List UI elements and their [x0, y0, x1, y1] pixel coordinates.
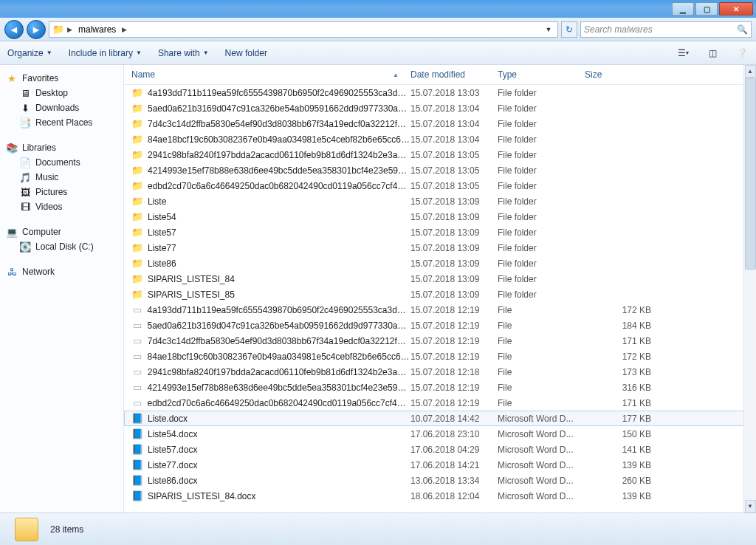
address-dropdown[interactable]: ▼: [543, 26, 554, 33]
file-row[interactable]: 📁Liste15.07.2018 13:09File folder: [124, 193, 756, 209]
file-size: 150 KB: [585, 429, 659, 439]
file-type: File folder: [498, 274, 585, 284]
file-row[interactable]: 📘Liste.docx10.07.2018 14:42Microsoft Wor…: [124, 411, 756, 426]
file-date: 15.07.2018 13:09: [410, 196, 498, 207]
sidebar-group-libraries[interactable]: 📚Libraries: [4, 140, 119, 155]
file-row[interactable]: 📘Liste57.docx17.06.2018 04:29Microsoft W…: [124, 442, 756, 457]
search-input[interactable]: Search malwares 🔍: [580, 21, 752, 38]
sidebar-item-pictures[interactable]: 🖼Pictures: [4, 185, 119, 199]
file-row[interactable]: 📘Liste86.docx13.06.2018 13:34Microsoft W…: [124, 473, 756, 488]
vertical-scrollbar[interactable]: ▲ ▼: [743, 65, 756, 513]
file-name: SIPARIS_LISTESI_84: [148, 274, 235, 284]
preview-pane-button[interactable]: ◫: [706, 47, 719, 60]
item-icon: 📑: [19, 117, 31, 128]
file-row[interactable]: 📁Liste5715.07.2018 13:09File folder: [124, 224, 756, 240]
maximize-button[interactable]: ▢: [695, 2, 718, 16]
file-date: 15.07.2018 12:19: [410, 383, 498, 393]
file-name: 4a193dd711b119ea59fc6555439870b6950f2c49…: [148, 88, 410, 98]
sidebar-item-music[interactable]: 🎵Music: [4, 170, 119, 185]
share-with-button[interactable]: Share with▼: [158, 48, 209, 58]
file-size: 172 KB: [585, 352, 659, 362]
file-row[interactable]: 📁4214993e15ef78b88e638d6ee49bc5dde5ea358…: [124, 162, 756, 178]
file-row[interactable]: 📁Liste7715.07.2018 13:09File folder: [124, 240, 756, 256]
file-row[interactable]: 📁7d4c3c14d2ffba5830e54ef90d3d8038bb67f34…: [124, 116, 756, 131]
group-icon: ★: [6, 72, 18, 84]
sidebar-item-videos[interactable]: 🎞Videos: [4, 199, 119, 214]
file-type: Microsoft Word D...: [498, 460, 585, 470]
file-size: 141 KB: [585, 445, 659, 455]
sidebar-item-documents[interactable]: 📄Documents: [4, 155, 119, 170]
breadcrumb-segment[interactable]: malwares: [75, 24, 119, 35]
file-row[interactable]: ▭84ae18bcf19c60b3082367e0b49aa034981e5c4…: [124, 349, 756, 364]
file-size: 177 KB: [585, 414, 659, 424]
group-icon: 🖧: [6, 266, 18, 278]
sidebar-item-desktop[interactable]: 🖥Desktop: [4, 86, 119, 100]
sidebar-item-downloads[interactable]: ⬇Downloads: [4, 100, 119, 115]
minimize-button[interactable]: ▁: [672, 2, 694, 16]
back-button[interactable]: ◄: [4, 20, 24, 39]
search-placeholder: Search malwares: [584, 24, 653, 35]
chevron-right-icon[interactable]: ▶: [67, 26, 72, 33]
column-date[interactable]: Date modified: [410, 69, 498, 80]
close-button[interactable]: ✕: [719, 2, 753, 16]
help-button[interactable]: ❔: [735, 47, 749, 60]
folder-icon: 📁: [131, 227, 143, 239]
file-date: 15.07.2018 13:09: [410, 227, 498, 238]
file-row[interactable]: 📁2941c98bfa8240f197bdda2acacd06110feb9b8…: [124, 147, 756, 162]
include-in-library-button[interactable]: Include in library▼: [69, 48, 142, 58]
sidebar-group-computer[interactable]: 💻Computer: [4, 224, 119, 239]
file-row[interactable]: ▭2941c98bfa8240f197bdda2acacd06110feb9b8…: [124, 364, 756, 380]
file-row[interactable]: 📁4a193dd711b119ea59fc6555439870b6950f2c4…: [124, 85, 756, 100]
file-date: 15.07.2018 13:09: [410, 274, 498, 284]
file-name: 84ae18bcf19c60b3082367e0b49aa034981e5c4c…: [148, 352, 410, 362]
column-type[interactable]: Type: [498, 69, 585, 80]
file-type: File: [498, 352, 585, 362]
file-name: 84ae18bcf19c60b3082367e0b49aa034981e5c4c…: [148, 134, 410, 145]
file-row[interactable]: ▭4a193dd711b119ea59fc6555439870b6950f2c4…: [124, 302, 756, 318]
sidebar-group-favorites[interactable]: ★Favorites: [4, 71, 119, 86]
scroll-thumb[interactable]: [745, 78, 756, 270]
file-name: Liste.docx: [148, 414, 188, 424]
forward-button[interactable]: ►: [27, 20, 46, 39]
file-size: 139 KB: [585, 491, 659, 501]
file-row[interactable]: 📁84ae18bcf19c60b3082367e0b49aa034981e5c4…: [124, 131, 756, 147]
file-row[interactable]: 📁5aed0a621b3169d047c91ca326be54ab0959166…: [124, 100, 756, 116]
file-row[interactable]: 📘Liste77.docx17.06.2018 14:21Microsoft W…: [124, 457, 756, 473]
file-row[interactable]: 📁edbd2cd70c6a6c46649250dac0b682042490cd0…: [124, 178, 756, 193]
file-row[interactable]: ▭5aed0a621b3169d047c91ca326be54ab0959166…: [124, 318, 756, 333]
file-date: 15.07.2018 12:18: [410, 367, 498, 377]
file-row[interactable]: 📘Liste54.docx17.06.2018 23:10Microsoft W…: [124, 426, 756, 442]
file-size: 172 KB: [585, 305, 659, 315]
file-row[interactable]: ▭7d4c3c14d2ffba5830e54ef90d3d8038bb67f34…: [124, 333, 756, 349]
sidebar-item-recent[interactable]: 📑Recent Places: [4, 115, 119, 130]
file-name: edbd2cd70c6a6c46649250dac0b682042490cd01…: [148, 181, 410, 191]
file-date: 17.06.2018 04:29: [410, 445, 498, 455]
scroll-track[interactable]: [745, 78, 756, 500]
item-icon: 💽: [19, 241, 31, 253]
file-date: 15.07.2018 12:19: [410, 305, 498, 315]
navigation-bar: ◄ ► 📁 ▶ malwares ▶ ▼ ↻ Search malwares 🔍: [0, 18, 756, 41]
sidebar-group-network[interactable]: 🖧Network: [4, 264, 119, 279]
column-size[interactable]: Size: [585, 69, 659, 80]
folder-icon: 📁: [52, 24, 64, 35]
sidebar-item-localdisk[interactable]: 💽Local Disk (C:): [4, 239, 119, 254]
file-row[interactable]: 📁SIPARIS_LISTESI_8415.07.2018 13:09File …: [124, 271, 756, 287]
scroll-down-button[interactable]: ▼: [745, 500, 756, 513]
file-row[interactable]: 📁Liste8615.07.2018 13:09File folder: [124, 256, 756, 271]
file-date: 15.07.2018 12:19: [410, 352, 498, 362]
file-name: Liste54.docx: [148, 429, 197, 439]
file-row[interactable]: 📘SIPARIS_LISTESI_84.docx18.06.2018 12:04…: [124, 488, 756, 504]
file-list-area: Name▲ Date modified Type Size 📁4a193dd71…: [124, 65, 756, 513]
new-folder-button[interactable]: New folder: [225, 48, 267, 58]
file-row[interactable]: 📁Liste5415.07.2018 13:09File folder: [124, 209, 756, 224]
file-row[interactable]: ▭4214993e15ef78b88e638d6ee49bc5dde5ea358…: [124, 380, 756, 395]
refresh-button[interactable]: ↻: [561, 21, 577, 38]
scroll-up-button[interactable]: ▲: [745, 65, 756, 78]
file-row[interactable]: 📁SIPARIS_LISTESI_8515.07.2018 13:09File …: [124, 287, 756, 302]
address-bar[interactable]: 📁 ▶ malwares ▶ ▼: [49, 21, 558, 38]
column-name[interactable]: Name▲: [131, 69, 410, 80]
organize-button[interactable]: Organize▼: [7, 48, 52, 58]
file-row[interactable]: ▭edbd2cd70c6a6c46649250dac0b682042490cd0…: [124, 395, 756, 411]
view-options-button[interactable]: ☰▾: [676, 47, 690, 60]
chevron-right-icon[interactable]: ▶: [122, 26, 127, 33]
